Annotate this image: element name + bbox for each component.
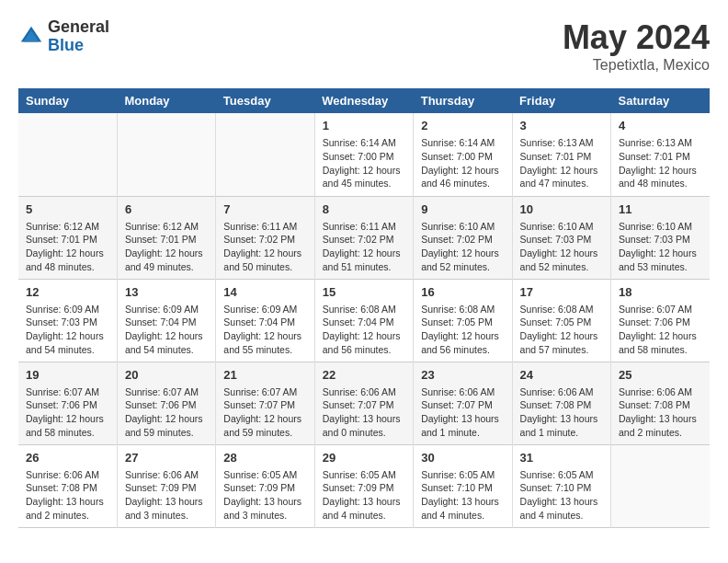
day-info: Sunrise: 6:10 AMSunset: 7:03 PMDaylight:… [619,220,702,274]
day-number: 23 [421,367,504,384]
logo-blue: Blue [48,37,109,55]
calendar-cell: 20Sunrise: 6:07 AMSunset: 7:06 PMDayligh… [117,362,215,444]
calendar-title: May 2024 [563,18,710,57]
day-info: Sunrise: 6:13 AMSunset: 7:01 PMDaylight:… [520,136,603,190]
logo-icon [18,24,44,50]
calendar-cell: 4Sunrise: 6:13 AMSunset: 7:01 PMDaylight… [611,113,710,196]
calendar-cell: 18Sunrise: 6:07 AMSunset: 7:06 PMDayligh… [611,279,710,362]
day-number: 9 [421,201,504,218]
logo: General Blue [18,18,109,55]
header-day: Wednesday [314,88,413,113]
calendar-cell: 19Sunrise: 6:07 AMSunset: 7:06 PMDayligh… [18,362,117,444]
logo-text: General Blue [48,18,109,55]
day-number: 12 [26,284,109,301]
day-info: Sunrise: 6:05 AMSunset: 7:10 PMDaylight:… [421,468,504,523]
day-number: 22 [323,367,405,384]
calendar-cell: 2Sunrise: 6:14 AMSunset: 7:00 PMDaylight… [414,113,512,196]
day-info: Sunrise: 6:06 AMSunset: 7:07 PMDaylight:… [421,385,504,440]
day-info: Sunrise: 6:11 AMSunset: 7:02 PMDaylight:… [323,220,405,274]
calendar-cell: 29Sunrise: 6:05 AMSunset: 7:09 PMDayligh… [314,444,413,527]
logo-general: General [48,18,109,37]
calendar-cell: 1Sunrise: 6:14 AMSunset: 7:00 PMDaylight… [314,113,413,196]
calendar-cell: 25Sunrise: 6:06 AMSunset: 7:08 PMDayligh… [611,362,710,444]
day-number: 8 [323,201,405,218]
title-block: May 2024 Tepetixtla, Mexico [563,18,710,74]
day-number: 11 [619,201,702,218]
day-info: Sunrise: 6:05 AMSunset: 7:10 PMDaylight:… [520,468,603,523]
day-number: 1 [323,118,405,134]
calendar-body: 1Sunrise: 6:14 AMSunset: 7:00 PMDaylight… [18,113,710,527]
header: General Blue May 2024 Tepetixtla, Mexico [18,18,710,74]
calendar-cell: 17Sunrise: 6:08 AMSunset: 7:05 PMDayligh… [512,279,610,362]
day-number: 29 [323,450,405,466]
header-day: Tuesday [216,88,314,113]
header-day: Monday [117,88,215,113]
day-number: 10 [520,201,603,218]
header-day: Sunday [18,88,117,113]
day-info: Sunrise: 6:12 AMSunset: 7:01 PMDaylight:… [125,220,208,274]
day-info: Sunrise: 6:06 AMSunset: 7:09 PMDaylight:… [125,468,208,523]
day-info: Sunrise: 6:06 AMSunset: 7:08 PMDaylight:… [619,385,702,440]
calendar-cell: 31Sunrise: 6:05 AMSunset: 7:10 PMDayligh… [512,444,610,527]
calendar-cell: 13Sunrise: 6:09 AMSunset: 7:04 PMDayligh… [117,279,215,362]
day-info: Sunrise: 6:09 AMSunset: 7:03 PMDaylight:… [26,303,109,357]
calendar-week-row: 12Sunrise: 6:09 AMSunset: 7:03 PMDayligh… [18,279,710,362]
calendar-cell: 9Sunrise: 6:10 AMSunset: 7:02 PMDaylight… [414,196,512,279]
day-number: 31 [520,450,603,466]
day-info: Sunrise: 6:14 AMSunset: 7:00 PMDaylight:… [323,136,405,190]
calendar-cell: 21Sunrise: 6:07 AMSunset: 7:07 PMDayligh… [216,362,314,444]
calendar-cell: 30Sunrise: 6:05 AMSunset: 7:10 PMDayligh… [414,444,512,527]
calendar-cell: 27Sunrise: 6:06 AMSunset: 7:09 PMDayligh… [117,444,215,527]
header-day: Friday [512,88,610,113]
day-info: Sunrise: 6:12 AMSunset: 7:01 PMDaylight:… [26,220,109,274]
day-number: 30 [421,450,504,466]
day-info: Sunrise: 6:14 AMSunset: 7:00 PMDaylight:… [421,136,504,190]
calendar-cell: 15Sunrise: 6:08 AMSunset: 7:04 PMDayligh… [314,279,413,362]
calendar-cell: 12Sunrise: 6:09 AMSunset: 7:03 PMDayligh… [18,279,117,362]
calendar-week-row: 26Sunrise: 6:06 AMSunset: 7:08 PMDayligh… [18,444,710,527]
day-info: Sunrise: 6:08 AMSunset: 7:04 PMDaylight:… [323,303,405,357]
day-number: 27 [125,450,208,466]
calendar-cell: 22Sunrise: 6:06 AMSunset: 7:07 PMDayligh… [314,362,413,444]
header-row: SundayMondayTuesdayWednesdayThursdayFrid… [18,88,710,113]
calendar-cell: 7Sunrise: 6:11 AMSunset: 7:02 PMDaylight… [216,196,314,279]
day-info: Sunrise: 6:08 AMSunset: 7:05 PMDaylight:… [421,303,504,357]
calendar-cell: 24Sunrise: 6:06 AMSunset: 7:08 PMDayligh… [512,362,610,444]
calendar-cell: 23Sunrise: 6:06 AMSunset: 7:07 PMDayligh… [414,362,512,444]
calendar-cell [18,113,117,196]
day-number: 24 [520,367,603,384]
day-info: Sunrise: 6:05 AMSunset: 7:09 PMDaylight:… [323,468,405,523]
day-number: 26 [26,450,109,466]
day-info: Sunrise: 6:07 AMSunset: 7:06 PMDaylight:… [619,303,702,357]
day-info: Sunrise: 6:08 AMSunset: 7:05 PMDaylight:… [520,303,603,357]
day-info: Sunrise: 6:05 AMSunset: 7:09 PMDaylight:… [223,468,306,523]
calendar-header: SundayMondayTuesdayWednesdayThursdayFrid… [18,88,710,113]
calendar-cell: 14Sunrise: 6:09 AMSunset: 7:04 PMDayligh… [216,279,314,362]
day-info: Sunrise: 6:10 AMSunset: 7:03 PMDaylight:… [520,220,603,274]
day-info: Sunrise: 6:07 AMSunset: 7:06 PMDaylight:… [125,385,208,440]
day-number: 28 [223,450,306,466]
day-number: 14 [223,284,306,301]
day-info: Sunrise: 6:07 AMSunset: 7:06 PMDaylight:… [26,385,109,440]
day-number: 21 [223,367,306,384]
day-info: Sunrise: 6:06 AMSunset: 7:07 PMDaylight:… [323,385,405,440]
calendar-cell: 3Sunrise: 6:13 AMSunset: 7:01 PMDaylight… [512,113,610,196]
calendar-subtitle: Tepetixtla, Mexico [563,57,710,74]
day-number: 2 [421,118,504,134]
calendar-cell: 6Sunrise: 6:12 AMSunset: 7:01 PMDaylight… [117,196,215,279]
header-day: Saturday [611,88,710,113]
day-info: Sunrise: 6:09 AMSunset: 7:04 PMDaylight:… [125,303,208,357]
day-number: 6 [125,201,208,218]
calendar-cell: 16Sunrise: 6:08 AMSunset: 7:05 PMDayligh… [414,279,512,362]
day-info: Sunrise: 6:13 AMSunset: 7:01 PMDaylight:… [619,136,702,190]
calendar-cell: 5Sunrise: 6:12 AMSunset: 7:01 PMDaylight… [18,196,117,279]
day-info: Sunrise: 6:11 AMSunset: 7:02 PMDaylight:… [223,220,306,274]
calendar-cell: 11Sunrise: 6:10 AMSunset: 7:03 PMDayligh… [611,196,710,279]
day-number: 15 [323,284,405,301]
day-number: 16 [421,284,504,301]
day-number: 18 [619,284,702,301]
calendar-cell [117,113,215,196]
day-info: Sunrise: 6:07 AMSunset: 7:07 PMDaylight:… [223,385,306,440]
calendar-table: SundayMondayTuesdayWednesdayThursdayFrid… [18,88,710,528]
day-number: 5 [26,201,109,218]
